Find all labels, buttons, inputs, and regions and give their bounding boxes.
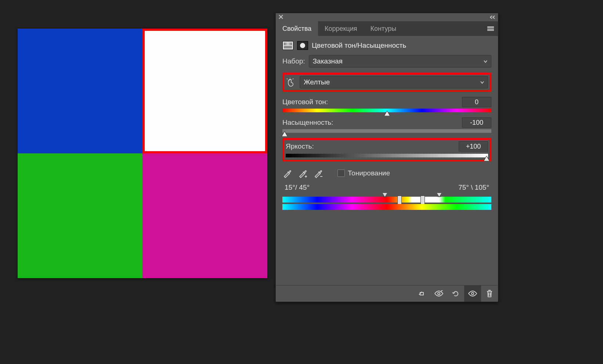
hue-range-falloff-right[interactable] bbox=[437, 193, 441, 197]
delete-icon[interactable] bbox=[481, 285, 498, 302]
hue-range-falloff-left[interactable] bbox=[383, 193, 387, 197]
checkbox-icon[interactable] bbox=[337, 170, 345, 177]
hue-bar-source[interactable] bbox=[282, 204, 491, 210]
hue-range-right: 75° \ 105° bbox=[458, 183, 489, 192]
adjustment-title: Цветовой тон/Насыщенность bbox=[312, 41, 406, 50]
tab-paths[interactable]: Контуры bbox=[364, 21, 403, 36]
hue-slider[interactable] bbox=[282, 109, 491, 112]
hue-sat-icon bbox=[282, 41, 293, 50]
quad-top-left bbox=[18, 29, 142, 153]
preset-value: Заказная bbox=[313, 57, 343, 65]
hue-bar-result[interactable] bbox=[282, 197, 491, 203]
hue-range-bars bbox=[282, 197, 491, 210]
hue-range-start[interactable] bbox=[397, 196, 402, 204]
hue-value[interactable]: 0 bbox=[462, 97, 491, 107]
tab-adjustments[interactable]: Коррекция bbox=[318, 21, 364, 36]
properties-panel: Свойства Коррекция Контуры Цветовой тон/… bbox=[275, 13, 498, 302]
hue-slider-thumb[interactable] bbox=[384, 111, 390, 116]
preset-row: Набор: Заказная bbox=[282, 55, 491, 68]
lightness-control: Яркость: +100 bbox=[286, 141, 488, 158]
tab-properties[interactable]: Свойства bbox=[276, 21, 318, 36]
hue-range-end[interactable] bbox=[420, 196, 425, 204]
eyedropper-add-icon[interactable] bbox=[298, 168, 308, 178]
panel-menu-icon[interactable] bbox=[483, 21, 498, 36]
lightness-value[interactable]: +100 bbox=[459, 141, 488, 152]
quad-bottom-left bbox=[18, 153, 142, 278]
hue-label: Цветовой тон: bbox=[282, 98, 328, 106]
lightness-slider-thumb[interactable] bbox=[484, 156, 490, 161]
toggle-visibility-icon[interactable] bbox=[464, 285, 481, 302]
saturation-slider-thumb[interactable] bbox=[282, 131, 288, 136]
colorize-checkbox[interactable]: Тонирование bbox=[337, 169, 390, 177]
saturation-value[interactable]: -100 bbox=[462, 117, 491, 128]
channel-select[interactable]: Желтые bbox=[300, 76, 488, 88]
channel-row-highlight: Желтые bbox=[282, 73, 491, 92]
panel-titlebar bbox=[276, 13, 498, 21]
reset-icon[interactable] bbox=[447, 285, 464, 302]
hue-range-readout: 15°/ 45° 75° \ 105° bbox=[282, 183, 491, 192]
quad-top-right-highlighted bbox=[142, 29, 267, 153]
close-icon[interactable] bbox=[279, 14, 283, 21]
eyedropper-icon[interactable] bbox=[282, 168, 293, 178]
lightness-slider[interactable] bbox=[286, 154, 488, 157]
channel-value: Желтые bbox=[304, 78, 330, 86]
targeted-adjust-icon[interactable] bbox=[286, 77, 296, 87]
colorize-label: Тонирование bbox=[348, 169, 390, 177]
eyedropper-subtract-icon[interactable] bbox=[313, 168, 324, 178]
clip-to-layer-icon[interactable] bbox=[414, 285, 430, 302]
lightness-row-highlight: Яркость: +100 bbox=[282, 138, 491, 161]
preset-select[interactable]: Заказная bbox=[309, 55, 491, 68]
hue-range-left: 15°/ 45° bbox=[285, 183, 310, 192]
adjustment-title-row: Цветовой тон/Насыщенность bbox=[282, 41, 491, 50]
hue-control: Цветовой тон: 0 bbox=[282, 97, 491, 112]
view-previous-state-icon[interactable] bbox=[430, 285, 447, 302]
preset-label: Набор: bbox=[282, 57, 305, 65]
lightness-label: Яркость: bbox=[286, 142, 314, 150]
collapse-icon[interactable] bbox=[490, 14, 495, 21]
panel-footer bbox=[276, 285, 498, 302]
saturation-control: Насыщенность: -100 bbox=[282, 117, 491, 133]
eyedropper-row: Тонирование bbox=[282, 168, 491, 178]
saturation-slider[interactable] bbox=[282, 129, 491, 133]
document-canvas bbox=[18, 29, 267, 278]
layer-mask-icon[interactable] bbox=[297, 41, 308, 50]
quad-bottom-right bbox=[142, 153, 267, 278]
panel-tabs: Свойства Коррекция Контуры bbox=[276, 21, 498, 36]
saturation-label: Насыщенность: bbox=[282, 119, 333, 127]
